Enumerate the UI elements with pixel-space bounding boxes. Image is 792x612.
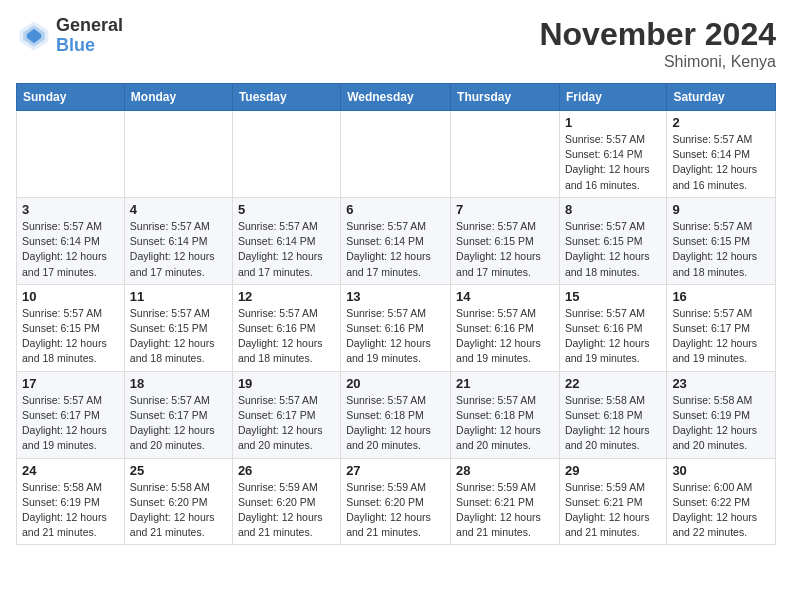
title-block: November 2024 Shimoni, Kenya — [539, 16, 776, 71]
day-info: Sunrise: 5:57 AM Sunset: 6:16 PM Dayligh… — [456, 306, 554, 367]
day-number: 25 — [130, 463, 227, 478]
day-info: Sunrise: 5:57 AM Sunset: 6:16 PM Dayligh… — [238, 306, 335, 367]
day-number: 14 — [456, 289, 554, 304]
day-number: 18 — [130, 376, 227, 391]
weekday-header: Tuesday — [232, 84, 340, 111]
day-number: 15 — [565, 289, 661, 304]
day-info: Sunrise: 5:58 AM Sunset: 6:19 PM Dayligh… — [672, 393, 770, 454]
calendar-cell: 8Sunrise: 5:57 AM Sunset: 6:15 PM Daylig… — [559, 197, 666, 284]
calendar-cell — [17, 111, 125, 198]
logo: General Blue — [16, 16, 123, 56]
day-info: Sunrise: 5:57 AM Sunset: 6:14 PM Dayligh… — [22, 219, 119, 280]
weekday-header: Friday — [559, 84, 666, 111]
day-info: Sunrise: 5:57 AM Sunset: 6:15 PM Dayligh… — [672, 219, 770, 280]
day-number: 23 — [672, 376, 770, 391]
weekday-header: Thursday — [451, 84, 560, 111]
day-info: Sunrise: 5:57 AM Sunset: 6:15 PM Dayligh… — [565, 219, 661, 280]
day-number: 16 — [672, 289, 770, 304]
day-number: 30 — [672, 463, 770, 478]
logo-general: General — [56, 16, 123, 36]
calendar-cell: 2Sunrise: 5:57 AM Sunset: 6:14 PM Daylig… — [667, 111, 776, 198]
weekday-header: Monday — [124, 84, 232, 111]
calendar-cell — [232, 111, 340, 198]
day-number: 7 — [456, 202, 554, 217]
day-info: Sunrise: 5:57 AM Sunset: 6:15 PM Dayligh… — [130, 306, 227, 367]
day-number: 19 — [238, 376, 335, 391]
calendar-cell: 23Sunrise: 5:58 AM Sunset: 6:19 PM Dayli… — [667, 371, 776, 458]
calendar-cell: 19Sunrise: 5:57 AM Sunset: 6:17 PM Dayli… — [232, 371, 340, 458]
calendar-cell: 22Sunrise: 5:58 AM Sunset: 6:18 PM Dayli… — [559, 371, 666, 458]
day-info: Sunrise: 5:59 AM Sunset: 6:21 PM Dayligh… — [565, 480, 661, 541]
calendar-cell: 28Sunrise: 5:59 AM Sunset: 6:21 PM Dayli… — [451, 458, 560, 545]
calendar-cell — [124, 111, 232, 198]
day-info: Sunrise: 5:57 AM Sunset: 6:17 PM Dayligh… — [22, 393, 119, 454]
calendar-cell: 26Sunrise: 5:59 AM Sunset: 6:20 PM Dayli… — [232, 458, 340, 545]
day-number: 11 — [130, 289, 227, 304]
calendar-week-row: 17Sunrise: 5:57 AM Sunset: 6:17 PM Dayli… — [17, 371, 776, 458]
day-number: 13 — [346, 289, 445, 304]
calendar-cell: 30Sunrise: 6:00 AM Sunset: 6:22 PM Dayli… — [667, 458, 776, 545]
day-number: 24 — [22, 463, 119, 478]
day-number: 22 — [565, 376, 661, 391]
calendar-cell: 13Sunrise: 5:57 AM Sunset: 6:16 PM Dayli… — [341, 284, 451, 371]
logo-blue: Blue — [56, 36, 123, 56]
weekday-header: Sunday — [17, 84, 125, 111]
calendar-cell: 20Sunrise: 5:57 AM Sunset: 6:18 PM Dayli… — [341, 371, 451, 458]
day-number: 21 — [456, 376, 554, 391]
calendar-cell: 7Sunrise: 5:57 AM Sunset: 6:15 PM Daylig… — [451, 197, 560, 284]
calendar-cell: 18Sunrise: 5:57 AM Sunset: 6:17 PM Dayli… — [124, 371, 232, 458]
calendar-cell: 17Sunrise: 5:57 AM Sunset: 6:17 PM Dayli… — [17, 371, 125, 458]
calendar-table: SundayMondayTuesdayWednesdayThursdayFrid… — [16, 83, 776, 545]
day-info: Sunrise: 5:57 AM Sunset: 6:15 PM Dayligh… — [456, 219, 554, 280]
day-number: 29 — [565, 463, 661, 478]
day-info: Sunrise: 5:57 AM Sunset: 6:14 PM Dayligh… — [130, 219, 227, 280]
day-info: Sunrise: 5:57 AM Sunset: 6:16 PM Dayligh… — [346, 306, 445, 367]
day-info: Sunrise: 5:57 AM Sunset: 6:15 PM Dayligh… — [22, 306, 119, 367]
day-number: 1 — [565, 115, 661, 130]
day-number: 3 — [22, 202, 119, 217]
month-title: November 2024 — [539, 16, 776, 53]
weekday-header: Wednesday — [341, 84, 451, 111]
day-info: Sunrise: 5:57 AM Sunset: 6:14 PM Dayligh… — [672, 132, 770, 193]
day-number: 28 — [456, 463, 554, 478]
day-info: Sunrise: 5:57 AM Sunset: 6:18 PM Dayligh… — [456, 393, 554, 454]
day-number: 4 — [130, 202, 227, 217]
calendar-cell — [451, 111, 560, 198]
day-info: Sunrise: 5:57 AM Sunset: 6:18 PM Dayligh… — [346, 393, 445, 454]
calendar-cell: 16Sunrise: 5:57 AM Sunset: 6:17 PM Dayli… — [667, 284, 776, 371]
calendar-cell: 25Sunrise: 5:58 AM Sunset: 6:20 PM Dayli… — [124, 458, 232, 545]
day-info: Sunrise: 5:58 AM Sunset: 6:18 PM Dayligh… — [565, 393, 661, 454]
calendar-week-row: 10Sunrise: 5:57 AM Sunset: 6:15 PM Dayli… — [17, 284, 776, 371]
calendar-cell: 21Sunrise: 5:57 AM Sunset: 6:18 PM Dayli… — [451, 371, 560, 458]
day-number: 26 — [238, 463, 335, 478]
day-info: Sunrise: 5:57 AM Sunset: 6:17 PM Dayligh… — [130, 393, 227, 454]
day-info: Sunrise: 5:59 AM Sunset: 6:20 PM Dayligh… — [238, 480, 335, 541]
calendar-week-row: 24Sunrise: 5:58 AM Sunset: 6:19 PM Dayli… — [17, 458, 776, 545]
day-number: 9 — [672, 202, 770, 217]
day-info: Sunrise: 5:59 AM Sunset: 6:21 PM Dayligh… — [456, 480, 554, 541]
day-number: 8 — [565, 202, 661, 217]
day-info: Sunrise: 5:58 AM Sunset: 6:19 PM Dayligh… — [22, 480, 119, 541]
calendar-cell: 9Sunrise: 5:57 AM Sunset: 6:15 PM Daylig… — [667, 197, 776, 284]
day-number: 10 — [22, 289, 119, 304]
calendar-cell: 24Sunrise: 5:58 AM Sunset: 6:19 PM Dayli… — [17, 458, 125, 545]
day-info: Sunrise: 5:59 AM Sunset: 6:20 PM Dayligh… — [346, 480, 445, 541]
calendar-cell: 27Sunrise: 5:59 AM Sunset: 6:20 PM Dayli… — [341, 458, 451, 545]
calendar-cell: 29Sunrise: 5:59 AM Sunset: 6:21 PM Dayli… — [559, 458, 666, 545]
day-number: 6 — [346, 202, 445, 217]
calendar-week-row: 1Sunrise: 5:57 AM Sunset: 6:14 PM Daylig… — [17, 111, 776, 198]
day-number: 17 — [22, 376, 119, 391]
day-info: Sunrise: 5:57 AM Sunset: 6:14 PM Dayligh… — [346, 219, 445, 280]
day-number: 20 — [346, 376, 445, 391]
location: Shimoni, Kenya — [539, 53, 776, 71]
calendar-cell: 11Sunrise: 5:57 AM Sunset: 6:15 PM Dayli… — [124, 284, 232, 371]
calendar-cell: 15Sunrise: 5:57 AM Sunset: 6:16 PM Dayli… — [559, 284, 666, 371]
day-info: Sunrise: 5:57 AM Sunset: 6:14 PM Dayligh… — [238, 219, 335, 280]
day-number: 27 — [346, 463, 445, 478]
calendar-header-row: SundayMondayTuesdayWednesdayThursdayFrid… — [17, 84, 776, 111]
logo-icon — [16, 18, 52, 54]
day-info: Sunrise: 6:00 AM Sunset: 6:22 PM Dayligh… — [672, 480, 770, 541]
day-info: Sunrise: 5:57 AM Sunset: 6:17 PM Dayligh… — [238, 393, 335, 454]
weekday-header: Saturday — [667, 84, 776, 111]
calendar-week-row: 3Sunrise: 5:57 AM Sunset: 6:14 PM Daylig… — [17, 197, 776, 284]
